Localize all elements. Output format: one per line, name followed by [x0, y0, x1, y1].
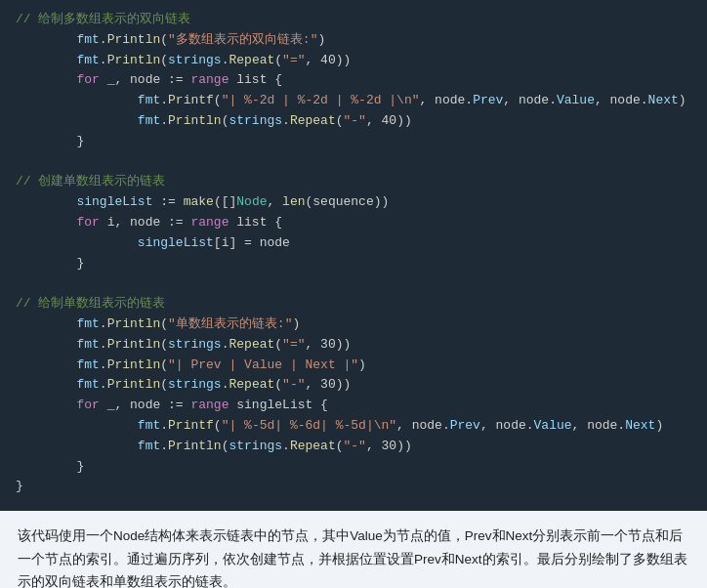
code-line: fmt.Println("| Prev | Value | Next |") — [16, 356, 691, 376]
code-line: fmt.Printf("| %-5d| %-6d| %-5d|\n", node… — [16, 416, 691, 437]
code-line: singleList[i] = node — [16, 233, 691, 254]
code-line: // 给制多数组表示的双向链表 — [16, 10, 691, 30]
code-line: fmt.Println(strings.Repeat("-", 40)) — [16, 111, 691, 132]
code-line: fmt.Println(strings.Repeat("-", 30)) — [16, 437, 691, 457]
code-line: for i, node := range list { — [16, 213, 691, 233]
code-line: } — [16, 254, 691, 274]
code-line: // 给制单数组表示的链表 — [16, 294, 691, 315]
code-line: singleList := make([]Node, len(sequence)… — [16, 192, 691, 213]
code-line: // 创建单数组表示的链表 — [16, 172, 691, 192]
code-line: for _, node := range singleList { — [16, 396, 691, 416]
code-line — [16, 152, 691, 173]
code-line: fmt.Println(strings.Repeat("-", 30)) — [16, 375, 691, 396]
code-line: fmt.Printf("| %-2d | %-2d | %-2d |\n", n… — [16, 91, 691, 111]
code-line: for _, node := range list { — [16, 70, 691, 91]
text-paragraph: 该代码使用一个Node结构体来表示链表中的节点，其中Value为节点的值，Pre… — [18, 525, 689, 588]
code-line: fmt.Println("单数组表示的链表:") — [16, 315, 691, 335]
code-line: fmt.Println("多数组表示的双向链表:") — [16, 30, 691, 51]
code-line: fmt.Println(strings.Repeat("=", 30)) — [16, 335, 691, 356]
code-line: fmt.Println(strings.Repeat("=", 40)) — [16, 51, 691, 71]
code-line — [16, 273, 691, 294]
code-line: } — [16, 457, 691, 478]
code-block: // 给制多数组表示的双向链表 fmt.Println("多数组表示的双向链表:… — [0, 0, 707, 511]
code-line: } — [16, 477, 691, 497]
code-line: } — [16, 132, 691, 152]
text-block: 该代码使用一个Node结构体来表示链表中的节点，其中Value为节点的值，Pre… — [0, 511, 707, 588]
